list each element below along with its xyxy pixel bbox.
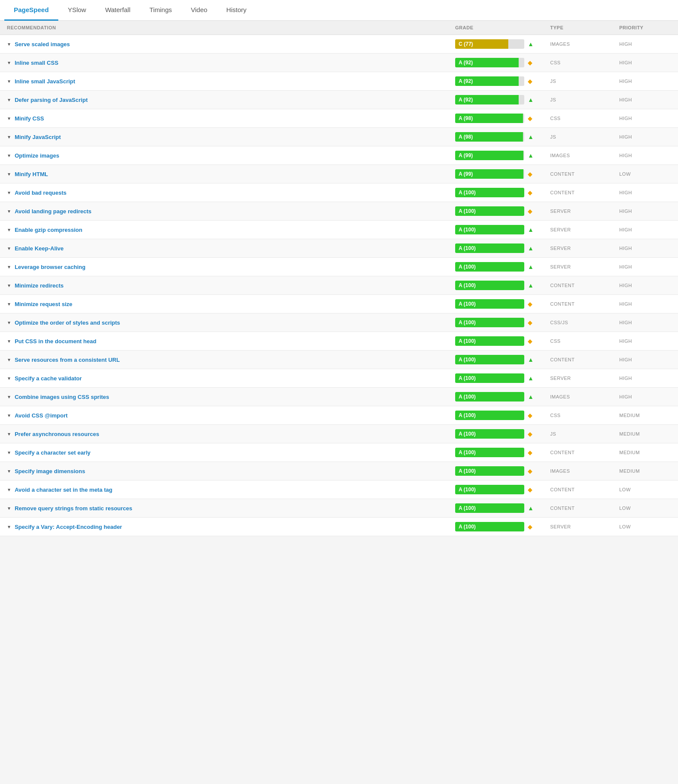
tab-yslow[interactable]: YSlow	[58, 0, 96, 21]
row-label[interactable]: ▼Enable Keep-Alive	[7, 245, 455, 252]
grade-cell: A (100)◆	[455, 206, 550, 216]
row-text: Specify a Vary: Accept-Encoding header	[15, 524, 122, 530]
diamond-icon: ◆	[528, 338, 532, 345]
row-label[interactable]: ▼Avoid bad requests	[7, 190, 455, 196]
table-row: ▼Leverage browser cachingA (100)▲SERVERH…	[0, 258, 678, 276]
type-cell: CSS	[550, 60, 619, 65]
table-row: ▼Avoid CSS @importA (100)◆CSSMEDIUM	[0, 406, 678, 425]
row-text: Minify HTML	[15, 171, 48, 177]
grade-bar: A (100)	[455, 448, 524, 457]
table-row: ▼Enable Keep-AliveA (100)▲SERVERHIGH	[0, 239, 678, 258]
row-text: Minify JavaScript	[15, 134, 61, 140]
grade-cell: A (100)◆	[455, 522, 550, 531]
priority-cell: LOW	[619, 506, 671, 511]
type-cell: CONTENT	[550, 357, 619, 362]
table-row: ▼Specify a character set earlyA (100)◆CO…	[0, 443, 678, 462]
row-label[interactable]: ▼Put CSS in the document head	[7, 338, 455, 345]
row-label[interactable]: ▼Combine images using CSS sprites	[7, 394, 455, 400]
row-text: Avoid CSS @import	[15, 412, 68, 419]
grade-bar: A (100)	[455, 336, 524, 346]
tab-history[interactable]: History	[217, 0, 256, 21]
row-label[interactable]: ▼Defer parsing of JavaScript	[7, 97, 455, 103]
chevron-icon: ▼	[7, 228, 11, 232]
grade-cell: C (77)▲	[455, 39, 550, 49]
priority-cell: HIGH	[619, 97, 671, 102]
priority-cell: LOW	[619, 171, 671, 177]
row-label[interactable]: ▼Minify JavaScript	[7, 134, 455, 140]
chevron-icon: ▼	[7, 395, 11, 399]
row-label[interactable]: ▼Specify image dimensions	[7, 468, 455, 474]
priority-cell: LOW	[619, 524, 671, 529]
grade-cell: A (100)▲	[455, 373, 550, 383]
chevron-icon: ▼	[7, 209, 11, 214]
row-label[interactable]: ▼Enable gzip compression	[7, 227, 455, 233]
type-cell: CONTENT	[550, 301, 619, 307]
grade-cell: A (98)◆	[455, 114, 550, 123]
priority-cell: HIGH	[619, 209, 671, 214]
type-cell: SERVER	[550, 209, 619, 214]
priority-cell: HIGH	[619, 116, 671, 121]
diamond-icon: ◆	[528, 171, 532, 177]
row-label[interactable]: ▼Avoid CSS @import	[7, 412, 455, 419]
priority-cell: MEDIUM	[619, 413, 671, 418]
type-cell: IMAGES	[550, 41, 619, 47]
grade-bar: A (99)	[455, 151, 523, 160]
row-label[interactable]: ▼Remove query strings from static resour…	[7, 505, 455, 512]
table-row: ▼Remove query strings from static resour…	[0, 499, 678, 518]
row-label[interactable]: ▼Minify CSS	[7, 115, 455, 122]
row-label[interactable]: ▼Optimize the order of styles and script…	[7, 319, 455, 326]
table-row: ▼Put CSS in the document headA (100)◆CSS…	[0, 332, 678, 351]
type-cell: CONTENT	[550, 283, 619, 288]
type-cell: CONTENT	[550, 190, 619, 195]
tab-waterfall[interactable]: Waterfall	[95, 0, 140, 21]
priority-cell: MEDIUM	[619, 468, 671, 474]
type-cell: IMAGES	[550, 394, 619, 399]
chevron-icon: ▼	[7, 487, 11, 492]
row-label[interactable]: ▼Minimize request size	[7, 301, 455, 307]
priority-cell: HIGH	[619, 376, 671, 381]
diamond-icon: ◆	[528, 189, 532, 196]
row-label[interactable]: ▼Avoid landing page redirects	[7, 208, 455, 215]
row-text: Specify a character set early	[15, 449, 91, 456]
row-label[interactable]: ▼Minimize redirects	[7, 282, 455, 289]
row-label[interactable]: ▼Prefer asynchronous resources	[7, 431, 455, 437]
table-row: ▼Minify HTMLA (99)◆CONTENTLOW	[0, 165, 678, 183]
chevron-icon: ▼	[7, 190, 11, 195]
tab-video[interactable]: Video	[181, 0, 217, 21]
up-arrow-icon: ▲	[528, 263, 534, 270]
row-label[interactable]: ▼Avoid a character set in the meta tag	[7, 487, 455, 493]
chevron-icon: ▼	[7, 265, 11, 269]
row-label[interactable]: ▼Specify a Vary: Accept-Encoding header	[7, 524, 455, 530]
priority-cell: HIGH	[619, 134, 671, 139]
priority-cell: HIGH	[619, 301, 671, 307]
row-label[interactable]: ▼Serve scaled images	[7, 41, 455, 47]
row-label[interactable]: ▼Specify a cache validator	[7, 375, 455, 382]
row-text: Optimize the order of styles and scripts	[15, 319, 120, 326]
grade-bar: A (100)	[455, 355, 524, 364]
grade-cell: A (99)▲	[455, 151, 550, 160]
row-text: Remove query strings from static resourc…	[15, 505, 132, 512]
priority-cell: HIGH	[619, 394, 671, 399]
diamond-icon: ◆	[528, 468, 532, 474]
row-label[interactable]: ▼Inline small JavaScript	[7, 78, 455, 85]
row-label[interactable]: ▼Specify a character set early	[7, 449, 455, 456]
row-label[interactable]: ▼Inline small CSS	[7, 60, 455, 66]
priority-cell: HIGH	[619, 264, 671, 269]
table-row: ▼Optimize the order of styles and script…	[0, 313, 678, 332]
chevron-icon: ▼	[7, 116, 11, 121]
type-cell: CSS/JS	[550, 320, 619, 325]
row-label[interactable]: ▼Leverage browser caching	[7, 264, 455, 270]
table-row: ▼Serve scaled imagesC (77)▲IMAGESHIGH	[0, 35, 678, 54]
grade-cell: A (100)▲	[455, 281, 550, 290]
row-label[interactable]: ▼Serve resources from a consistent URL	[7, 357, 455, 363]
tab-pagespeed[interactable]: PageSpeed	[4, 0, 58, 21]
table-row: ▼Minify JavaScriptA (98)▲JSHIGH	[0, 128, 678, 146]
row-label[interactable]: ▼Minify HTML	[7, 171, 455, 177]
chevron-icon: ▼	[7, 339, 11, 344]
row-label[interactable]: ▼Optimize images	[7, 152, 455, 159]
chevron-icon: ▼	[7, 432, 11, 436]
chevron-icon: ▼	[7, 450, 11, 455]
tab-timings[interactable]: Timings	[140, 0, 181, 21]
table-row: ▼Optimize imagesA (99)▲IMAGESHIGH	[0, 146, 678, 165]
chevron-icon: ▼	[7, 357, 11, 362]
